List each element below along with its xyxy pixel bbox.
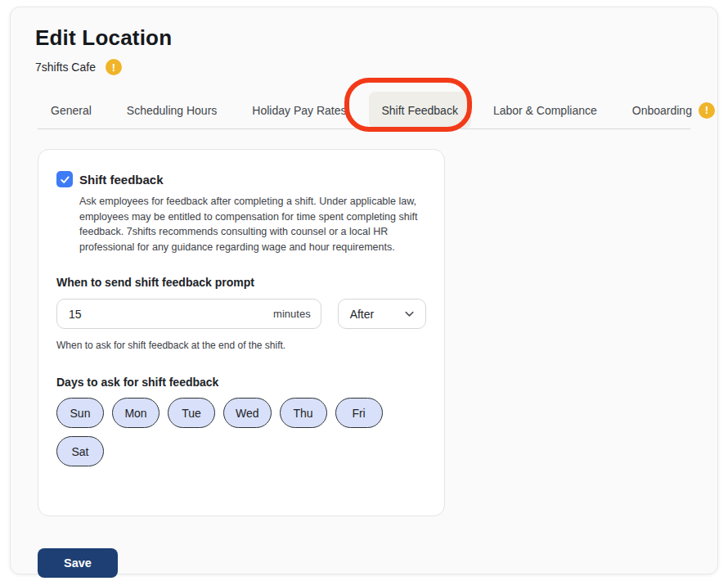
tab-label: Scheduling Hours: [127, 104, 218, 117]
prompt-timing-input-row: 15 minutes After: [56, 299, 426, 329]
tab-label: Onboarding: [632, 104, 692, 117]
minutes-input-value: 15: [69, 308, 273, 321]
prompt-timing-label: When to send shift feedback prompt: [56, 276, 426, 289]
checkmark-icon: [60, 174, 70, 185]
day-pill-mon[interactable]: Mon: [112, 398, 160, 428]
tab-holiday-pay-rates[interactable]: Holiday Pay Rates: [239, 92, 359, 128]
shift-feedback-panel: Shift feedback Ask employees for feedbac…: [38, 149, 445, 516]
location-warning-icon: !: [106, 59, 122, 75]
before-after-select-value: After: [350, 308, 375, 321]
tab-onboarding[interactable]: Onboarding !: [619, 92, 728, 128]
tab-label: Holiday Pay Rates: [252, 104, 346, 117]
days-label: Days to ask for shift feedback: [56, 376, 426, 389]
prompt-timing-helper-text: When to ask for shift feedback at the en…: [56, 340, 426, 351]
minutes-input[interactable]: 15 minutes: [56, 299, 321, 329]
day-pill-thu[interactable]: Thu: [280, 398, 327, 428]
page-title: Edit Location: [35, 25, 717, 51]
tab-label: Labor & Compliance: [493, 104, 597, 117]
shift-feedback-checkbox[interactable]: [56, 171, 73, 187]
days-pill-row: Sun Mon Tue Wed Thu Fri Sat: [56, 398, 428, 466]
save-button[interactable]: Save: [38, 548, 118, 578]
tab-shift-feedback[interactable]: Shift Feedback: [369, 92, 471, 128]
shift-feedback-checkbox-row: Shift feedback: [56, 171, 426, 187]
tab-label: General: [51, 104, 92, 117]
onboarding-warning-icon: !: [699, 102, 715, 119]
before-after-select[interactable]: After: [338, 299, 426, 329]
edit-location-window: Edit Location 7shifts Cafe ! General Sch…: [10, 7, 718, 574]
tab-scheduling-hours[interactable]: Scheduling Hours: [114, 92, 231, 128]
day-pill-wed[interactable]: Wed: [223, 398, 272, 428]
shift-feedback-checkbox-label: Shift feedback: [79, 171, 164, 187]
location-subtitle-row: 7shifts Cafe !: [35, 59, 717, 75]
tab-general[interactable]: General: [38, 92, 105, 128]
chevron-down-icon: [403, 308, 416, 320]
shift-feedback-description: Ask employees for feedback after complet…: [79, 194, 429, 254]
tab-label: Shift Feedback: [382, 104, 458, 117]
day-pill-tue[interactable]: Tue: [168, 398, 215, 428]
day-pill-sun[interactable]: Sun: [56, 398, 104, 428]
day-pill-fri[interactable]: Fri: [335, 398, 383, 428]
day-pill-sat[interactable]: Sat: [56, 436, 104, 466]
settings-tabbar: General Scheduling Hours Holiday Pay Rat…: [38, 92, 690, 129]
tab-labor-compliance[interactable]: Labor & Compliance: [480, 92, 610, 128]
location-name: 7shifts Cafe: [35, 61, 96, 74]
minutes-input-suffix: minutes: [273, 308, 311, 320]
